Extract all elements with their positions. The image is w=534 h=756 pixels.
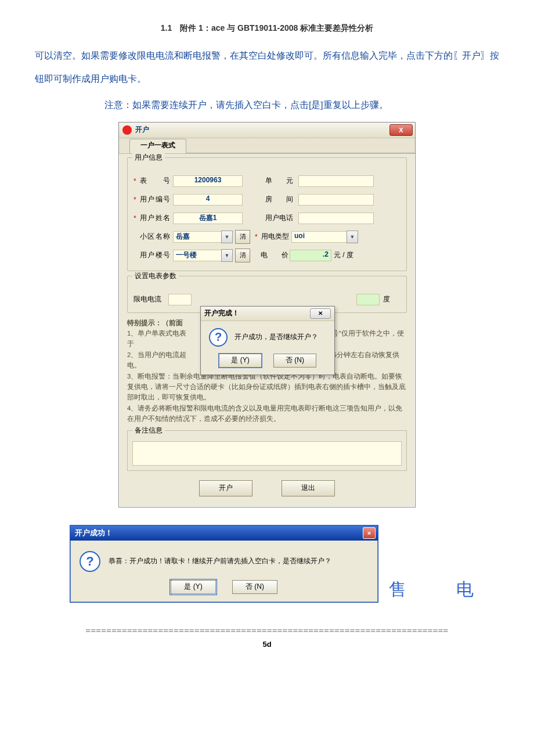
dialog-title: 开户成功！	[75, 528, 113, 538]
limit-current-input[interactable]	[168, 294, 192, 305]
window-title: 开户	[135, 125, 149, 135]
exit-button[interactable]: 退出	[282, 480, 335, 496]
label-unit: 单 元	[260, 176, 298, 186]
modal-title: 开户完成！	[204, 308, 239, 318]
success-dialog: 开户成功！ × ? 恭喜：开户成功！请取卡！继续开户前请先插入空白卡，是否继续开…	[70, 525, 378, 603]
clear-building-button[interactable]: 清	[235, 249, 250, 262]
page-number: 5d	[35, 640, 499, 649]
app-icon	[122, 125, 132, 135]
open-account-button[interactable]: 开户	[199, 480, 252, 496]
open-account-window: 开户 X 一户一表式 用户信息 *表 号 1200963 单 元 *用户编号 4	[118, 122, 416, 507]
remark-group: 备注信息	[127, 430, 407, 471]
degree-unit: 度	[383, 294, 400, 304]
chevron-down-icon[interactable]: ▼	[221, 231, 233, 243]
building-combo[interactable]: 一号楼	[173, 250, 222, 261]
user-no-input[interactable]: 4	[173, 194, 243, 206]
label-meter-no: 表 号	[140, 176, 170, 186]
group-label: 备注信息	[132, 426, 165, 435]
label-elec-type: 用电类型	[261, 232, 291, 242]
elec-type-combo[interactable]: uoi	[291, 231, 347, 243]
close-button[interactable]: ×	[363, 527, 376, 539]
remark-textarea[interactable]	[132, 441, 402, 466]
no-button[interactable]: 否 (N)	[273, 354, 316, 368]
label-user-name: 用户姓名	[140, 213, 170, 223]
close-button[interactable]: X	[389, 124, 413, 136]
chevron-down-icon[interactable]: ▼	[347, 231, 358, 243]
chevron-down-icon[interactable]: ▼	[221, 249, 233, 262]
yes-button[interactable]: 是 (Y)	[171, 580, 216, 594]
note-paragraph: 注意：如果需要连续开户，请先插入空白卡，点击[是]重复以上步骤。	[104, 99, 499, 111]
clear-area-button[interactable]: 清	[235, 230, 250, 244]
modal-message: 开户成功，是否继续开户？	[234, 332, 318, 342]
question-icon: ?	[80, 551, 100, 572]
group-label: 设置电表参数	[132, 271, 179, 281]
titlebar[interactable]: 开户成功！ ×	[70, 525, 378, 541]
area-combo[interactable]: 岳嘉	[173, 231, 222, 243]
group-label: 用户信息	[132, 153, 165, 163]
unit-input[interactable]	[298, 175, 374, 187]
degree-input[interactable]	[356, 294, 380, 305]
price-unit: 元 / 度	[334, 250, 353, 260]
label-room: 房 间	[260, 195, 298, 204]
label-limit-current: 限电电流	[134, 294, 168, 304]
user-info-group: 用户信息 *表 号 1200963 单 元 *用户编号 4 房 间 *	[127, 157, 407, 271]
modal-close-button[interactable]: ✕	[310, 308, 331, 319]
yes-button[interactable]: 是 (Y)	[219, 354, 262, 368]
label-building: 用户楼号	[140, 250, 170, 260]
meter-no-input[interactable]: 1200963	[173, 175, 243, 187]
titlebar[interactable]: 开户 X	[119, 123, 415, 138]
user-name-input[interactable]: 岳嘉1	[173, 213, 243, 224]
room-input[interactable]	[298, 194, 374, 206]
side-heading: 售 电	[389, 578, 490, 602]
price-input[interactable]: .2	[290, 250, 331, 261]
label-area: 小区名称	[140, 232, 170, 242]
label-phone: 用户电话	[260, 213, 298, 223]
body-paragraph: 可以清空。如果需要修改限电电流和断电报警，在其空白处修改即可。所有信息输入完毕，…	[35, 44, 499, 91]
no-button[interactable]: 否 (N)	[232, 580, 277, 594]
confirm-modal: 开户完成！ ✕ ? 开户成功，是否继续开户？ 是 (Y) 否 (N)	[200, 306, 335, 375]
phone-input[interactable]	[298, 213, 374, 224]
label-user-no: 用户编号	[140, 195, 170, 204]
label-price: 电 价	[259, 250, 290, 260]
question-icon: ?	[209, 328, 228, 347]
doc-header: 1.1 附件 1：ace 与 GBT19011-2008 标准主要差异性分析	[35, 23, 499, 34]
dialog-message: 恭喜：开户成功！请取卡！继续开户前请先插入空白卡，是否继续开户？	[109, 556, 331, 566]
tab-single-meter[interactable]: 一户一表式	[129, 139, 186, 153]
footer-divider: ========================================…	[64, 626, 470, 635]
